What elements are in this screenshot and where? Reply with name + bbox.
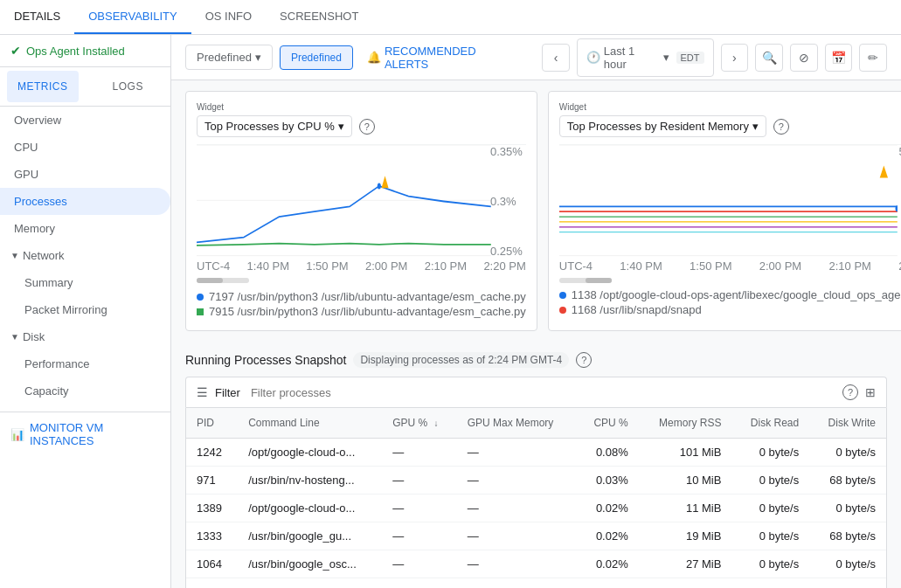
- processes-help[interactable]: ?: [576, 352, 592, 368]
- sidebar-item-overview[interactable]: Overview: [0, 107, 170, 134]
- no-signal-btn[interactable]: ⊘: [790, 44, 818, 72]
- nav-prev-btn[interactable]: ‹: [542, 44, 570, 72]
- legend-sq-1: [197, 308, 204, 315]
- cell-gpu: —: [382, 522, 456, 550]
- col-disk-r[interactable]: Disk Read: [731, 408, 809, 439]
- time-label: Last 1 hour: [604, 45, 660, 71]
- widget-left-axis: UTC-4 1:40 PM 1:50 PM 2:00 PM 2:10 PM 2:…: [197, 258, 526, 274]
- legend-left-0: 7197 /usr/bin/python3 /usr/lib/ubuntu-ad…: [197, 290, 526, 303]
- widget-right-axis: UTC-4 1:40 PM 1:50 PM 2:00 PM 2:10 PM 2:…: [559, 258, 901, 274]
- sidebar-item-memory[interactable]: Memory: [0, 215, 170, 242]
- tab-details[interactable]: DETAILS: [0, 0, 74, 34]
- col-pid[interactable]: PID: [186, 408, 238, 439]
- filter-input[interactable]: [251, 386, 835, 399]
- edit-btn[interactable]: ✏: [859, 44, 887, 72]
- cell-cpu: 0.08%: [577, 439, 639, 467]
- sidebar-item-capacity[interactable]: Capacity: [0, 377, 170, 405]
- top-nav: DETAILS OBSERVABILITY OS INFO SCREENSHOT: [0, 0, 901, 35]
- chevron-down-icon-time: ▾: [663, 51, 669, 64]
- predefined-dropdown[interactable]: Predefined ▾: [185, 45, 273, 70]
- widget-left-label: Widget: [197, 102, 526, 112]
- sidebar-btn-metrics[interactable]: METRICS: [7, 71, 79, 102]
- sidebar-item-performance[interactable]: Performance: [0, 350, 170, 377]
- col-gpu-max[interactable]: GPU Max Memory: [457, 408, 577, 439]
- tab-observability[interactable]: OBSERVABILITY: [74, 0, 191, 34]
- axis-4: 2:10 PM: [425, 259, 467, 273]
- filter-label: Filter: [215, 386, 240, 399]
- widget-right-help[interactable]: ?: [773, 119, 789, 135]
- table-row: 1064 /usr/bin/google_osc... — — 0.02% 27…: [186, 550, 886, 578]
- sidebar-item-cpu[interactable]: CPU: [0, 134, 170, 161]
- search-btn[interactable]: 🔍: [755, 44, 783, 72]
- cell-cpu: 0.02%: [577, 550, 639, 578]
- r-axis-2: 1:50 PM: [690, 259, 731, 273]
- agent-status: ✔ Ops Agent Installed: [0, 35, 170, 67]
- col-gpu[interactable]: GPU % ↓: [382, 408, 456, 439]
- cell-mem: 11 MiB: [639, 495, 732, 522]
- sidebar-group-disk[interactable]: ▼ Disk: [0, 323, 170, 350]
- legend-text-r-1: 1168 /usr/lib/snapd/snapd: [572, 303, 702, 316]
- time-range-btn[interactable]: 🕐 Last 1 hour ▾ EDT: [577, 38, 714, 77]
- widget-left-help[interactable]: ?: [359, 119, 375, 135]
- agent-status-label: Ops Agent Installed: [26, 45, 125, 58]
- processes-header: Running Processes Snapshot Displaying pr…: [185, 352, 887, 368]
- cell-gpu: —: [382, 578, 456, 589]
- widget-memory: Widget Top Processes by Resident Memory …: [548, 91, 901, 331]
- col-disk-w[interactable]: Disk Write: [809, 408, 886, 439]
- sidebar-group-network[interactable]: ▼ Network: [0, 242, 170, 269]
- col-cmdline[interactable]: Command Line: [238, 408, 382, 439]
- processes-section: Running Processes Snapshot Displaying pr…: [171, 342, 901, 588]
- table-header-row: PID Command Line GPU % ↓ GPU Max Memory …: [186, 408, 886, 439]
- cell-disk-w: 0 byte/s: [809, 550, 886, 578]
- columns-icon[interactable]: ⊞: [865, 385, 876, 399]
- cell-cmd: /usr/bin/google_osc...: [238, 550, 382, 578]
- sidebar-group-disk-label: Disk: [23, 330, 45, 343]
- toolbar: Predefined ▾ Predefined 🔔 RECOMMENDED AL…: [171, 35, 901, 80]
- r-axis-1: 1:40 PM: [620, 259, 662, 273]
- mem-chart-svg: [559, 145, 898, 258]
- table-row: 1138 /opt/google-cloud-o... — — 0.01% 54…: [186, 578, 886, 589]
- cell-gpu: —: [382, 550, 456, 578]
- nav-next-btn[interactable]: ›: [721, 44, 749, 72]
- axis-5: 2:20 PM: [483, 259, 525, 273]
- cell-disk-w: 0 byte/s: [809, 439, 886, 467]
- cell-disk-r: 0 byte/s: [731, 439, 809, 467]
- sidebar-item-summary[interactable]: Summary: [0, 269, 170, 296]
- recommended-alerts-btn[interactable]: 🔔 RECOMMENDED ALERTS: [360, 45, 528, 71]
- calendar-btn[interactable]: 📅: [825, 44, 853, 72]
- widget-right-select[interactable]: Top Processes by Resident Memory ▾: [559, 115, 766, 137]
- widget-right-title: Top Processes by Resident Memory: [567, 120, 749, 133]
- tab-os-info[interactable]: OS INFO: [191, 0, 266, 34]
- sidebar-item-packet-mirroring[interactable]: Packet Mirroring: [0, 296, 170, 323]
- filter-help-btn[interactable]: ?: [842, 384, 858, 400]
- arrow-down-icon: ▼: [10, 251, 19, 260]
- widget-left-select[interactable]: Top Processes by CPU % ▾: [197, 115, 352, 137]
- tab-screenshot[interactable]: SCREENSHOT: [266, 0, 372, 34]
- col-mem[interactable]: Memory RSS: [639, 408, 732, 439]
- monitor-vm-instances[interactable]: 📊 MONITOR VM INSTANCES: [0, 412, 170, 456]
- col-cpu[interactable]: CPU %: [577, 408, 639, 439]
- cell-gpu-max: —: [457, 522, 577, 550]
- table-row: 1242 /opt/google-cloud-o... — — 0.08% 10…: [186, 439, 886, 467]
- widget-left-legend: 7197 /usr/bin/python3 /usr/lib/ubuntu-ad…: [197, 290, 526, 318]
- check-icon: ✔: [10, 44, 21, 58]
- sidebar-group-network-label: Network: [23, 249, 65, 262]
- predefined-active-btn[interactable]: Predefined: [280, 45, 353, 70]
- predefined-label: Predefined: [197, 51, 252, 64]
- sidebar-item-processes[interactable]: Processes: [0, 188, 170, 215]
- cell-gpu-max: —: [457, 550, 577, 578]
- processes-table: PID Command Line GPU % ↓ GPU Max Memory …: [186, 408, 886, 588]
- sidebar-item-gpu[interactable]: GPU: [0, 161, 170, 188]
- cell-disk-r: 0 byte/s: [731, 578, 809, 589]
- cell-gpu: —: [382, 495, 456, 522]
- arrow-down-icon-2: ▼: [10, 332, 19, 342]
- widget-right-header: Top Processes by Resident Memory ▾ ?: [559, 115, 901, 137]
- sidebar: ✔ Ops Agent Installed METRICS LOGS Overv…: [0, 35, 171, 588]
- cell-cpu: 0.01%: [577, 578, 639, 589]
- cell-disk-w: 68 byte/s: [809, 522, 886, 550]
- sidebar-btn-logs[interactable]: LOGS: [93, 71, 164, 102]
- cell-disk-r: 0 byte/s: [731, 495, 809, 522]
- cell-gpu-max: —: [457, 439, 577, 467]
- axis-3: 2:00 PM: [365, 259, 407, 273]
- processes-subtitle: Displaying processes as of 2:24 PM GMT-4: [353, 352, 569, 368]
